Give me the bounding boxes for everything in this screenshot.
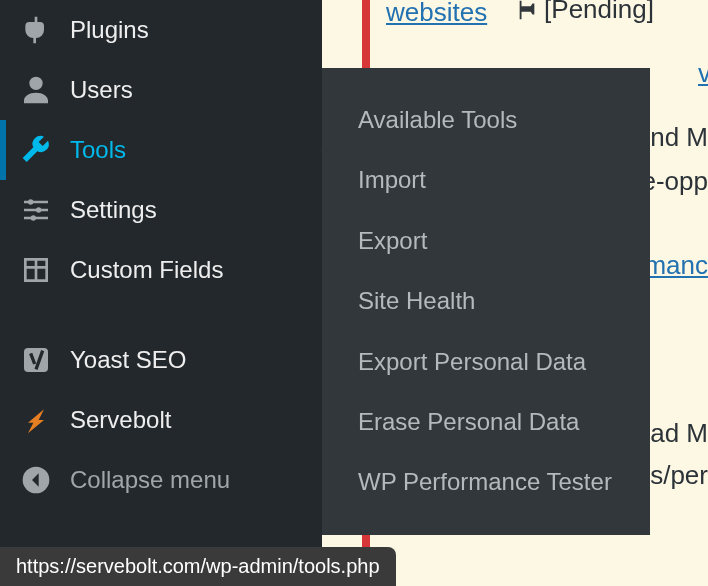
- yoast-icon: [20, 344, 52, 376]
- user-icon: [20, 74, 52, 106]
- collapse-icon: [20, 464, 52, 496]
- sidebar-item-tools[interactable]: Tools: [0, 120, 322, 180]
- svg-point-2: [31, 215, 36, 220]
- content-line-1: websites [Pending]: [386, 0, 654, 28]
- sidebar-item-custom-fields[interactable]: Custom Fields: [0, 240, 322, 300]
- submenu-item-import[interactable]: Import: [322, 150, 650, 210]
- submenu-item-export[interactable]: Export: [322, 211, 650, 271]
- content-link-mance: manc: [644, 250, 708, 281]
- sidebar-item-collapse[interactable]: Collapse menu: [0, 450, 322, 510]
- sidebar-item-label: Collapse menu: [70, 466, 230, 494]
- sidebar-item-yoast-seo[interactable]: Yoast SEO: [0, 330, 322, 390]
- content-frag-1b: e-opp: [642, 166, 709, 197]
- svg-point-0: [28, 199, 33, 204]
- flag-icon: [516, 0, 538, 21]
- link-vis[interactable]: vis: [698, 58, 708, 88]
- submenu-item-erase-personal-data[interactable]: Erase Personal Data: [322, 392, 650, 452]
- admin-sidebar: Plugins Users Tools Settings Custom Fiel…: [0, 0, 322, 586]
- wrench-icon: [20, 134, 52, 166]
- sidebar-item-label: Servebolt: [70, 406, 171, 434]
- sidebar-item-label: Yoast SEO: [70, 346, 187, 374]
- sidebar-item-servebolt[interactable]: Servebolt: [0, 390, 322, 450]
- grid-icon: [20, 254, 52, 286]
- content-frag-2a: ad M: [650, 418, 708, 449]
- submenu-item-available-tools[interactable]: Available Tools: [322, 90, 650, 150]
- content-frag-2b: s/per: [650, 460, 708, 491]
- servebolt-icon: [20, 404, 52, 436]
- tools-submenu: Available Tools Import Export Site Healt…: [322, 68, 650, 535]
- link-websites[interactable]: websites: [386, 0, 487, 27]
- link-performance[interactable]: manc: [644, 250, 708, 280]
- submenu-item-export-personal-data[interactable]: Export Personal Data: [322, 332, 650, 392]
- sidebar-item-label: Users: [70, 76, 133, 104]
- sidebar-item-users[interactable]: Users: [0, 60, 322, 120]
- sidebar-item-plugins[interactable]: Plugins: [0, 0, 322, 60]
- status-url: https://servebolt.com/wp-admin/tools.php: [16, 555, 380, 577]
- pending-status: [Pending]: [516, 0, 654, 25]
- sidebar-item-label: Settings: [70, 196, 157, 224]
- sidebar-item-label: Plugins: [70, 16, 149, 44]
- browser-status-bar: https://servebolt.com/wp-admin/tools.php: [0, 547, 396, 586]
- plug-icon: [20, 14, 52, 46]
- submenu-item-site-health[interactable]: Site Health: [322, 271, 650, 331]
- sidebar-item-label: Custom Fields: [70, 256, 223, 284]
- sliders-icon: [20, 194, 52, 226]
- content-frag-1a: nd M: [650, 122, 708, 153]
- sidebar-item-label: Tools: [70, 136, 126, 164]
- svg-point-1: [36, 207, 41, 212]
- sidebar-item-settings[interactable]: Settings: [0, 180, 322, 240]
- submenu-item-wp-performance-tester[interactable]: WP Performance Tester: [322, 452, 650, 512]
